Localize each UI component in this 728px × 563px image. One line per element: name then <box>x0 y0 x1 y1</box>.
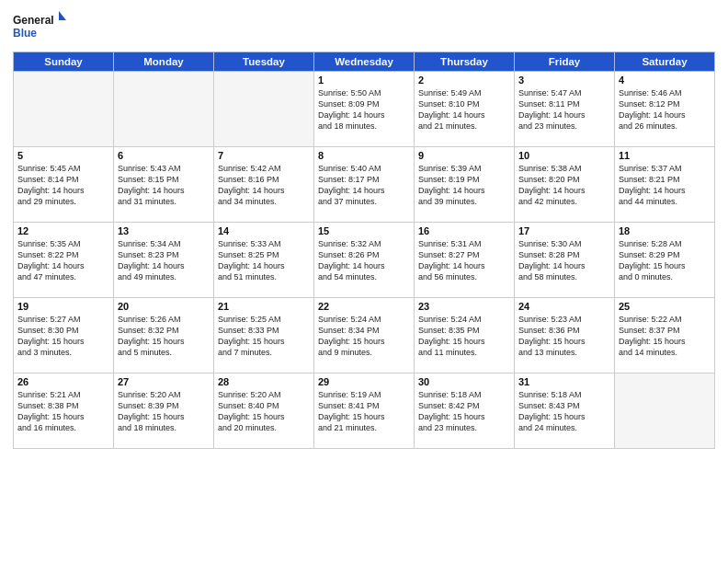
cell-text: Sunrise: 5:24 AM Sunset: 8:34 PM Dayligh… <box>318 314 410 359</box>
page: General Blue SundayMondayTuesdayWednesda… <box>0 0 728 563</box>
cell-text: Sunrise: 5:20 AM Sunset: 8:39 PM Dayligh… <box>118 389 210 434</box>
svg-text:General: General <box>13 14 54 27</box>
day-number: 9 <box>418 150 510 161</box>
cell-text: Sunrise: 5:35 AM Sunset: 8:22 PM Dayligh… <box>17 238 109 283</box>
cell-text: Sunrise: 5:22 AM Sunset: 8:37 PM Dayligh… <box>619 314 711 359</box>
day-number: 7 <box>218 150 310 161</box>
day-number: 31 <box>518 376 610 387</box>
cell-text: Sunrise: 5:18 AM Sunset: 8:43 PM Dayligh… <box>518 389 610 434</box>
calendar-cell: 7Sunrise: 5:42 AM Sunset: 8:16 PM Daylig… <box>214 147 314 223</box>
calendar-cell: 6Sunrise: 5:43 AM Sunset: 8:15 PM Daylig… <box>114 147 214 223</box>
day-number: 8 <box>318 150 410 161</box>
calendar-cell <box>214 72 314 147</box>
calendar-cell: 2Sunrise: 5:49 AM Sunset: 8:10 PM Daylig… <box>415 72 515 147</box>
cell-text: Sunrise: 5:50 AM Sunset: 8:09 PM Dayligh… <box>318 87 410 132</box>
day-number: 12 <box>17 225 109 236</box>
cell-text: Sunrise: 5:42 AM Sunset: 8:16 PM Dayligh… <box>218 163 310 208</box>
calendar-header-friday: Friday <box>515 52 615 72</box>
calendar-header-thursday: Thursday <box>415 52 515 72</box>
cell-text: Sunrise: 5:46 AM Sunset: 8:12 PM Dayligh… <box>619 87 711 132</box>
calendar-cell: 3Sunrise: 5:47 AM Sunset: 8:11 PM Daylig… <box>515 72 615 147</box>
calendar-header-monday: Monday <box>114 52 214 72</box>
day-number: 5 <box>17 150 109 161</box>
day-number: 28 <box>218 376 310 387</box>
cell-text: Sunrise: 5:31 AM Sunset: 8:27 PM Dayligh… <box>418 238 510 283</box>
calendar-header-tuesday: Tuesday <box>214 52 314 72</box>
day-number: 2 <box>418 75 510 86</box>
calendar-cell: 15Sunrise: 5:32 AM Sunset: 8:26 PM Dayli… <box>314 223 415 298</box>
calendar-cell: 4Sunrise: 5:46 AM Sunset: 8:12 PM Daylig… <box>615 72 715 147</box>
svg-text:Blue: Blue <box>13 27 37 40</box>
calendar-week-2: 12Sunrise: 5:35 AM Sunset: 8:22 PM Dayli… <box>14 223 715 298</box>
day-number: 16 <box>418 225 510 236</box>
logo: General Blue <box>13 9 68 44</box>
day-number: 29 <box>318 376 410 387</box>
calendar-cell: 31Sunrise: 5:18 AM Sunset: 8:43 PM Dayli… <box>515 373 615 449</box>
calendar-cell: 24Sunrise: 5:23 AM Sunset: 8:36 PM Dayli… <box>515 298 615 373</box>
calendar-cell: 25Sunrise: 5:22 AM Sunset: 8:37 PM Dayli… <box>615 298 715 373</box>
cell-text: Sunrise: 5:33 AM Sunset: 8:25 PM Dayligh… <box>218 238 310 283</box>
calendar-cell: 10Sunrise: 5:38 AM Sunset: 8:20 PM Dayli… <box>515 147 615 223</box>
cell-text: Sunrise: 5:26 AM Sunset: 8:32 PM Dayligh… <box>118 314 210 359</box>
svg-marker-2 <box>59 11 66 20</box>
day-number: 1 <box>318 75 410 86</box>
calendar-cell: 19Sunrise: 5:27 AM Sunset: 8:30 PM Dayli… <box>14 298 114 373</box>
day-number: 17 <box>518 225 610 236</box>
calendar-cell: 11Sunrise: 5:37 AM Sunset: 8:21 PM Dayli… <box>615 147 715 223</box>
cell-text: Sunrise: 5:49 AM Sunset: 8:10 PM Dayligh… <box>418 87 510 132</box>
cell-text: Sunrise: 5:20 AM Sunset: 8:40 PM Dayligh… <box>218 389 310 434</box>
calendar-cell: 27Sunrise: 5:20 AM Sunset: 8:39 PM Dayli… <box>114 373 214 449</box>
day-number: 10 <box>518 150 610 161</box>
cell-text: Sunrise: 5:30 AM Sunset: 8:28 PM Dayligh… <box>518 238 610 283</box>
cell-text: Sunrise: 5:24 AM Sunset: 8:35 PM Dayligh… <box>418 314 510 359</box>
calendar-week-3: 19Sunrise: 5:27 AM Sunset: 8:30 PM Dayli… <box>14 298 715 373</box>
calendar-cell: 18Sunrise: 5:28 AM Sunset: 8:29 PM Dayli… <box>615 223 715 298</box>
cell-text: Sunrise: 5:43 AM Sunset: 8:15 PM Dayligh… <box>118 163 210 208</box>
calendar-cell: 22Sunrise: 5:24 AM Sunset: 8:34 PM Dayli… <box>314 298 415 373</box>
day-number: 4 <box>619 75 711 86</box>
calendar-week-4: 26Sunrise: 5:21 AM Sunset: 8:38 PM Dayli… <box>14 373 715 449</box>
cell-text: Sunrise: 5:28 AM Sunset: 8:29 PM Dayligh… <box>619 238 711 283</box>
calendar-week-0: 1Sunrise: 5:50 AM Sunset: 8:09 PM Daylig… <box>14 72 715 147</box>
day-number: 27 <box>118 376 210 387</box>
calendar-cell: 26Sunrise: 5:21 AM Sunset: 8:38 PM Dayli… <box>14 373 114 449</box>
day-number: 25 <box>619 301 711 312</box>
calendar-cell: 23Sunrise: 5:24 AM Sunset: 8:35 PM Dayli… <box>415 298 515 373</box>
cell-text: Sunrise: 5:47 AM Sunset: 8:11 PM Dayligh… <box>518 87 610 132</box>
calendar-cell: 21Sunrise: 5:25 AM Sunset: 8:33 PM Dayli… <box>214 298 314 373</box>
cell-text: Sunrise: 5:18 AM Sunset: 8:42 PM Dayligh… <box>418 389 510 434</box>
calendar-cell <box>114 72 214 147</box>
calendar-cell: 29Sunrise: 5:19 AM Sunset: 8:41 PM Dayli… <box>314 373 415 449</box>
cell-text: Sunrise: 5:40 AM Sunset: 8:17 PM Dayligh… <box>318 163 410 208</box>
calendar-cell: 14Sunrise: 5:33 AM Sunset: 8:25 PM Dayli… <box>214 223 314 298</box>
calendar-header-sunday: Sunday <box>14 52 114 72</box>
day-number: 22 <box>318 301 410 312</box>
cell-text: Sunrise: 5:32 AM Sunset: 8:26 PM Dayligh… <box>318 238 410 283</box>
calendar-week-1: 5Sunrise: 5:45 AM Sunset: 8:14 PM Daylig… <box>14 147 715 223</box>
day-number: 18 <box>619 225 711 236</box>
calendar-cell: 13Sunrise: 5:34 AM Sunset: 8:23 PM Dayli… <box>114 223 214 298</box>
calendar-cell: 20Sunrise: 5:26 AM Sunset: 8:32 PM Dayli… <box>114 298 214 373</box>
calendar-cell: 1Sunrise: 5:50 AM Sunset: 8:09 PM Daylig… <box>314 72 415 147</box>
logo-svg: General Blue <box>13 9 68 44</box>
cell-text: Sunrise: 5:39 AM Sunset: 8:19 PM Dayligh… <box>418 163 510 208</box>
calendar-cell: 28Sunrise: 5:20 AM Sunset: 8:40 PM Dayli… <box>214 373 314 449</box>
cell-text: Sunrise: 5:23 AM Sunset: 8:36 PM Dayligh… <box>518 314 610 359</box>
header: General Blue <box>13 9 715 44</box>
day-number: 19 <box>17 301 109 312</box>
calendar-cell: 12Sunrise: 5:35 AM Sunset: 8:22 PM Dayli… <box>14 223 114 298</box>
cell-text: Sunrise: 5:38 AM Sunset: 8:20 PM Dayligh… <box>518 163 610 208</box>
calendar-header-saturday: Saturday <box>615 52 715 72</box>
day-number: 3 <box>518 75 610 86</box>
cell-text: Sunrise: 5:34 AM Sunset: 8:23 PM Dayligh… <box>118 238 210 283</box>
cell-text: Sunrise: 5:21 AM Sunset: 8:38 PM Dayligh… <box>17 389 109 434</box>
calendar-header-row: SundayMondayTuesdayWednesdayThursdayFrid… <box>14 52 715 72</box>
calendar-cell: 30Sunrise: 5:18 AM Sunset: 8:42 PM Dayli… <box>415 373 515 449</box>
day-number: 20 <box>118 301 210 312</box>
day-number: 24 <box>518 301 610 312</box>
calendar-cell: 5Sunrise: 5:45 AM Sunset: 8:14 PM Daylig… <box>14 147 114 223</box>
calendar-cell <box>615 373 715 449</box>
day-number: 11 <box>619 150 711 161</box>
cell-text: Sunrise: 5:19 AM Sunset: 8:41 PM Dayligh… <box>318 389 410 434</box>
cell-text: Sunrise: 5:25 AM Sunset: 8:33 PM Dayligh… <box>218 314 310 359</box>
